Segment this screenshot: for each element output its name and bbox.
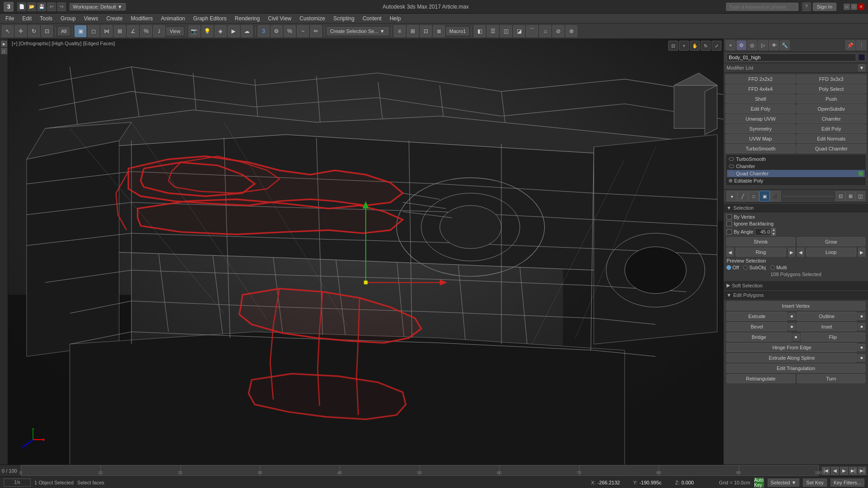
outline-settings-btn[interactable]: ■ [858, 313, 865, 320]
menu-item-help[interactable]: Help [386, 14, 405, 23]
go-end-btn[interactable]: ▶| [858, 467, 866, 475]
percent-btn[interactable]: % [284, 25, 296, 37]
edit-triangulation-button[interactable]: Edit Triangulation [726, 364, 865, 373]
material-btn[interactable]: ◈ [215, 25, 226, 37]
ffd-4x4x4-btn[interactable]: FFD 4x4x4 [726, 84, 796, 94]
menu-item-animation[interactable]: Animation [157, 14, 189, 23]
utilities-panel-icon[interactable]: 🔧 [780, 40, 790, 50]
redo-icon[interactable]: ↪ [57, 2, 66, 11]
maximize-viewport-icon[interactable]: ⤢ [712, 41, 722, 51]
turbosmooth-stack-item[interactable]: TurboSmooth [727, 155, 865, 163]
menu-item-rendering[interactable]: Rendering [231, 14, 263, 23]
editable-poly-stack-item[interactable]: Editable Poly [727, 177, 865, 184]
turbosmooth-btn[interactable]: TurboSmooth [726, 144, 796, 153]
pin-panel-icon[interactable]: 📌 [845, 40, 855, 50]
menu-item-scripting[interactable]: Scripting [330, 14, 358, 23]
autokey-button[interactable]: Auto Key [754, 478, 764, 488]
menu-item-file[interactable]: File [2, 14, 18, 23]
menu-item-civil-view[interactable]: Civil View [264, 14, 295, 23]
scene-btn[interactable]: ☰ [487, 25, 499, 37]
zoom-extents-icon[interactable]: ⊡ [668, 41, 678, 51]
go-start-btn[interactable]: |◀ [822, 467, 830, 475]
outline-button[interactable]: Outline [797, 312, 858, 321]
rotate-tool[interactable]: ↻ [28, 25, 40, 37]
retriangulate-button[interactable]: Retriangulate [726, 374, 795, 383]
extrude-spline-settings-btn[interactable]: ■ [858, 354, 865, 361]
menu-item-graph-editors[interactable]: Graph Editors [189, 14, 230, 23]
window-btn[interactable]: ◻ [88, 25, 99, 37]
menu-item-views[interactable]: Views [80, 14, 102, 23]
next-frame-btn[interactable]: ▶| [849, 467, 857, 475]
by-angle-checkbox[interactable] [726, 229, 732, 235]
menu-item-group[interactable]: Group [57, 14, 79, 23]
spinner-snap[interactable]: ⤸ [153, 25, 165, 37]
tilde-btn[interactable]: ~ [297, 25, 309, 37]
loop-back-arrow[interactable]: ◀ [797, 248, 804, 257]
sel-extra-3[interactable]: ◫ [855, 191, 865, 201]
sel-extra-1[interactable]: ⊡ [835, 191, 845, 201]
selected-dropdown[interactable]: Selected ▼ [768, 479, 800, 487]
hinge-settings-btn[interactable]: ■ [858, 344, 865, 351]
hinge-from-edge-button[interactable]: Hinge From Edge [726, 343, 857, 352]
push-btn[interactable]: Push [797, 94, 867, 103]
motion-btn[interactable]: ⌂ [539, 25, 551, 37]
extra-btn[interactable]: ⊛ [566, 25, 577, 37]
graph-icon[interactable]: ≡ [394, 25, 406, 37]
select-tool[interactable]: ↖ [2, 25, 14, 37]
strip-icon-1[interactable]: ◻ [1, 48, 7, 54]
modifier-btn[interactable]: ⚙ [271, 25, 283, 37]
bridge-settings-btn[interactable]: ■ [793, 333, 800, 341]
ffd-3x3x3-btn[interactable]: FFD 3x3x3 [797, 75, 867, 84]
select-filter-btn[interactable]: ▣ [75, 25, 86, 37]
ribbon-btn[interactable]: ⊘ [552, 25, 564, 37]
element-select-icon[interactable]: ⬛ [770, 191, 781, 202]
ring-button[interactable]: Ring [736, 248, 786, 257]
orbit-icon[interactable]: ↻ [701, 41, 711, 51]
visibility-icon[interactable] [729, 172, 734, 175]
menu-item-content[interactable]: Content [359, 14, 385, 23]
list-icon[interactable]: ≣ [433, 25, 445, 37]
angle-snap[interactable]: ∠ [127, 25, 139, 37]
help-icon[interactable]: ? [802, 2, 811, 11]
timeline-track[interactable]: 0102030405060708090100 [21, 465, 818, 476]
visibility-icon[interactable] [729, 164, 734, 168]
loop-fwd-arrow[interactable]: ▶ [858, 248, 865, 257]
light-btn[interactable]: 💡 [202, 25, 213, 37]
bevel-settings-btn[interactable]: ■ [788, 323, 796, 330]
shell-btn[interactable]: Shell [726, 94, 796, 103]
symmetry-btn[interactable]: Symmetry [726, 124, 796, 133]
play-btn[interactable]: ▶ [840, 467, 848, 475]
vertex-select-icon[interactable]: ● [726, 191, 737, 202]
key-filters-button[interactable]: Key Filters... [830, 479, 864, 487]
render-btn[interactable]: ▶ [228, 25, 240, 37]
chamfer-stack-item[interactable]: Chamfer [727, 163, 865, 170]
extrude-along-spline-button[interactable]: Extrude Along Spline [726, 353, 857, 362]
zoom-in-icon[interactable]: + [679, 41, 689, 51]
modifier-list-dropdown[interactable]: ▼ [858, 64, 865, 71]
chamfer-btn[interactable]: Chamfer [797, 114, 867, 123]
menu-item-customize[interactable]: Customize [296, 14, 329, 23]
pencil-btn[interactable]: ✏ [310, 25, 322, 37]
menu-item-modifiers[interactable]: Modifiers [127, 14, 156, 23]
camera-btn[interactable]: 📷 [189, 25, 200, 37]
menu-item-tools[interactable]: Tools [36, 14, 56, 23]
edit-normals-btn[interactable]: Edit Normals [797, 134, 867, 143]
ring-fwd-arrow[interactable]: ▶ [788, 248, 795, 257]
bevel-button[interactable]: Bevel [726, 322, 788, 331]
percent-snap[interactable]: % [140, 25, 152, 37]
undo-icon[interactable]: ↩ [47, 2, 56, 11]
inset-settings-btn[interactable]: ■ [858, 323, 865, 330]
soft-selection-header[interactable]: ▶ Soft Selection [724, 281, 868, 290]
by-vertex-checkbox[interactable] [726, 214, 732, 220]
visibility-icon[interactable] [729, 157, 734, 161]
viewport[interactable]: [+] [Orthographic] [High Quality] [Edged… [8, 39, 723, 465]
create-panel-icon[interactable]: + [726, 40, 736, 50]
grow-button[interactable]: Grow [797, 237, 866, 246]
off-radio[interactable]: Off [726, 265, 739, 270]
ignore-backfacing-checkbox[interactable] [726, 221, 732, 226]
snap-3d-btn[interactable]: ⋈ [101, 25, 113, 37]
view-label[interactable]: View [166, 27, 184, 35]
minimize-button[interactable]: ─ [844, 4, 850, 10]
save-file-icon[interactable]: 💾 [37, 2, 46, 11]
by-angle-up[interactable]: ▲ [771, 228, 776, 232]
